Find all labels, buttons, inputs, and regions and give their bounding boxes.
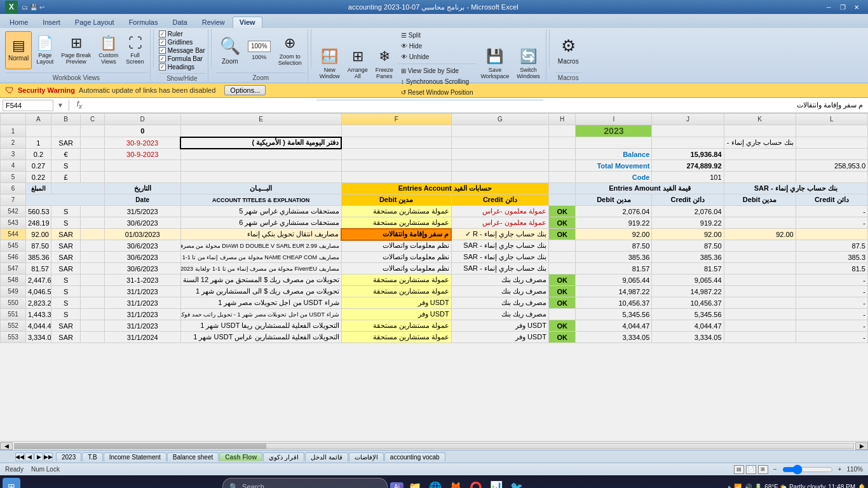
cell-E550[interactable]: شراء USDT من اجل تحويلات مصر شهر 1 bbox=[180, 297, 341, 309]
restore-button[interactable]: ❐ bbox=[836, 2, 849, 12]
cell-G543[interactable]: عمولة معلمون -غراس bbox=[451, 217, 548, 229]
cell-E2[interactable]: دفتر اليومية العامة ( الأمريكية ) bbox=[180, 137, 341, 149]
cell-L2[interactable] bbox=[796, 137, 867, 149]
page-break-preview-button[interactable]: ⊞ Page BreakPreview bbox=[58, 31, 94, 69]
cell-H1[interactable] bbox=[548, 125, 576, 137]
ai-button[interactable]: Ai bbox=[390, 482, 403, 489]
cell-I550[interactable]: 10,456.37 bbox=[576, 297, 652, 309]
cell-A548[interactable]: 2,447.67 bbox=[25, 274, 51, 286]
cell-G550[interactable]: مصرف ريك بنك bbox=[451, 297, 548, 309]
cell-I551[interactable]: 5,345.56 bbox=[576, 309, 652, 320]
cell-I553[interactable]: 3,334.05 bbox=[576, 332, 652, 343]
cell-D550[interactable]: 31/1/2023 bbox=[104, 297, 180, 309]
cell-A2[interactable]: 1 bbox=[25, 137, 51, 149]
zoom-minus-button[interactable]: − bbox=[773, 466, 777, 473]
cell-G544[interactable]: بنك حساب جاري إنماء - R ✓ bbox=[451, 229, 548, 240]
save-workspace-button[interactable]: 💾 SaveWorkspace bbox=[477, 45, 512, 83]
cell-J553[interactable]: 3,334.05 bbox=[652, 332, 724, 343]
cell-A552[interactable]: 4,044.47 bbox=[25, 320, 51, 332]
cell-J5[interactable]: 101 bbox=[652, 172, 724, 183]
cell-F542[interactable]: عمولة مستشارين مستحقة bbox=[341, 206, 451, 217]
cell-F6[interactable]: حسابات القيد Entries Account bbox=[341, 183, 548, 194]
ruler-checkbox-row[interactable]: ✓ Ruler bbox=[159, 30, 205, 37]
tray-notification[interactable]: 🔔 bbox=[858, 484, 865, 489]
cell-E546[interactable]: مصاريف NAME CHEAP COM مجولة من مصرف إنما… bbox=[180, 252, 341, 263]
cell-D7[interactable]: Date bbox=[104, 194, 180, 206]
cell-J550[interactable]: 10,456.37 bbox=[652, 297, 724, 309]
cell-H547[interactable] bbox=[548, 263, 576, 274]
cell-F551[interactable]: USDT وفر bbox=[341, 309, 451, 320]
zoom-slider[interactable] bbox=[782, 466, 833, 473]
cell-H553[interactable]: OK bbox=[548, 332, 576, 343]
cell-I546[interactable]: 385.36 bbox=[576, 252, 652, 263]
scroll-thumb[interactable] bbox=[15, 444, 266, 449]
zoom-100-button[interactable]: 100% 100% bbox=[245, 31, 274, 69]
row-header-551[interactable]: 551 bbox=[1, 309, 26, 320]
row-header-7[interactable]: 7 bbox=[1, 194, 26, 206]
minimize-button[interactable]: ─ bbox=[822, 2, 835, 12]
cell-J542[interactable]: 2,076.04 bbox=[652, 206, 724, 217]
cell-J544[interactable]: 92.00 bbox=[652, 229, 724, 240]
cell-K545[interactable] bbox=[724, 240, 796, 252]
cell-B5[interactable]: £ bbox=[51, 172, 81, 183]
custom-views-button[interactable]: 📋 CustomViews bbox=[95, 31, 121, 69]
cell-J546[interactable]: 385.36 bbox=[652, 252, 724, 263]
col-header-L[interactable]: L bbox=[796, 114, 867, 125]
cell-C549[interactable] bbox=[81, 286, 104, 297]
cell-B3[interactable]: € bbox=[51, 149, 81, 160]
cell-D543[interactable]: 30/6/2023 bbox=[104, 217, 180, 229]
sheet-tab-vocab[interactable]: accounting vocab bbox=[384, 452, 445, 461]
zoom-plus-button[interactable]: + bbox=[838, 466, 842, 473]
row-header-550[interactable]: 550 bbox=[1, 297, 26, 309]
cell-K550[interactable] bbox=[724, 297, 796, 309]
cell-E1[interactable] bbox=[180, 125, 341, 137]
cell-C1[interactable] bbox=[81, 125, 104, 137]
cell-I543[interactable]: 919.22 bbox=[576, 217, 652, 229]
cell-I6[interactable]: قيمة القيد Entries Amount bbox=[576, 183, 724, 194]
tab-formulas[interactable]: Formulas bbox=[122, 17, 165, 28]
normal-button[interactable]: ▤ Normal bbox=[5, 31, 32, 69]
cell-C546[interactable] bbox=[81, 252, 104, 263]
row-header-546[interactable]: 546 bbox=[1, 252, 26, 263]
switch-windows-button[interactable]: 🔄 SwitchWindows bbox=[513, 45, 543, 83]
cell-C5[interactable] bbox=[81, 172, 104, 183]
cell-K7[interactable]: مدين Debit bbox=[724, 194, 796, 206]
cell-A551[interactable]: 1,443.30 bbox=[25, 309, 51, 320]
col-header-J[interactable]: J bbox=[652, 114, 724, 125]
cell-L552[interactable]: - bbox=[796, 320, 867, 332]
tab-data[interactable]: Data bbox=[165, 17, 194, 28]
cell-B1[interactable] bbox=[51, 125, 81, 137]
cell-L542[interactable]: - bbox=[796, 206, 867, 217]
cell-B550[interactable]: S bbox=[51, 297, 81, 309]
synchronous-scrolling-button[interactable]: ↕ Synchronous Scrolling bbox=[398, 77, 477, 86]
cell-B542[interactable]: S bbox=[51, 206, 81, 217]
cell-reference-input[interactable] bbox=[3, 100, 53, 111]
row-header-1[interactable]: 1 bbox=[1, 125, 26, 137]
cell-B547[interactable]: SAR bbox=[51, 263, 81, 274]
cell-C3[interactable] bbox=[81, 149, 104, 160]
cell-D552[interactable]: 31/1/2023 bbox=[104, 320, 180, 332]
sheet-tab-qaimat[interactable]: قائمة الدخل bbox=[305, 452, 348, 461]
formula-input[interactable]: م سفر وإقامة وانتقالات bbox=[88, 102, 865, 109]
cell-K544[interactable]: 92.00 bbox=[724, 229, 796, 240]
horizontal-scrollbar[interactable]: ◀ ▶ bbox=[0, 441, 868, 450]
cell-I548[interactable]: 9,065.44 bbox=[576, 274, 652, 286]
cell-I547[interactable]: 81.57 bbox=[576, 263, 652, 274]
cell-J3[interactable]: 15,936.84 bbox=[652, 149, 724, 160]
cell-I549[interactable]: 14,987.22 bbox=[576, 286, 652, 297]
scroll-track[interactable] bbox=[14, 443, 854, 449]
cell-I7[interactable]: مدين Debit bbox=[576, 194, 652, 206]
cell-G545[interactable]: بنك حساب جاري إنماء - SAR bbox=[451, 240, 548, 252]
taskbar-excel[interactable]: 📊 bbox=[487, 478, 505, 488]
cell-L550[interactable]: - bbox=[796, 297, 867, 309]
cell-G2[interactable] bbox=[451, 137, 548, 149]
cell-G542[interactable]: عمولة معلمون -غراس bbox=[451, 206, 548, 217]
split-button[interactable]: ☰ Split bbox=[398, 30, 477, 40]
cell-I544[interactable]: 92.00 bbox=[576, 229, 652, 240]
scroll-right-button[interactable]: ▶ bbox=[855, 442, 868, 450]
cell-K542[interactable] bbox=[724, 206, 796, 217]
cell-E552[interactable]: التحويلات الفعلية للمستشارين ريفا USDT ش… bbox=[180, 320, 341, 332]
cell-F550[interactable]: USDT وفر bbox=[341, 297, 451, 309]
cell-G7[interactable]: دائن Credit bbox=[451, 194, 548, 206]
cell-H545[interactable] bbox=[548, 240, 576, 252]
